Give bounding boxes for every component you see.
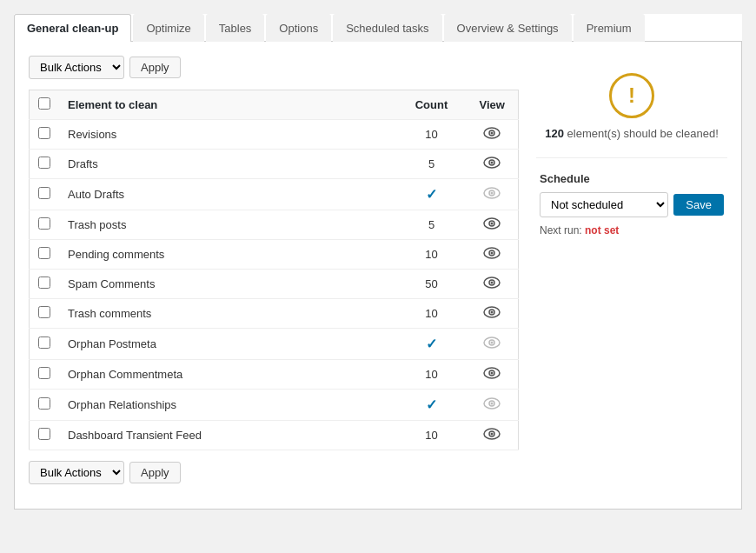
table-row: Revisions10 bbox=[30, 120, 519, 150]
element-count: ✓ bbox=[397, 179, 467, 210]
row-checkbox-cell bbox=[30, 421, 60, 450]
svg-point-8 bbox=[491, 192, 494, 195]
checkbox-orphan-relationships[interactable] bbox=[38, 397, 50, 410]
tab-scheduled-tasks[interactable]: Scheduled tasks bbox=[333, 14, 441, 42]
row-checkbox-cell bbox=[30, 210, 60, 240]
table-row: Dashboard Transient Feed10 bbox=[30, 421, 519, 450]
element-view[interactable] bbox=[467, 390, 519, 421]
table-row: Drafts5 bbox=[30, 150, 519, 179]
warning-box: ! 120 element(s) should be cleaned! bbox=[536, 59, 727, 158]
tab-overview-settings[interactable]: Overview & Settings bbox=[444, 14, 572, 42]
tab-optimize[interactable]: Optimize bbox=[133, 14, 203, 42]
element-count: 10 bbox=[397, 120, 467, 150]
svg-point-11 bbox=[491, 223, 494, 225]
element-name: Spam Comments bbox=[59, 270, 397, 299]
element-count: ✓ bbox=[397, 329, 467, 360]
element-view[interactable] bbox=[467, 240, 519, 270]
svg-point-32 bbox=[491, 433, 494, 436]
eye-icon bbox=[483, 217, 501, 230]
row-checkbox-cell bbox=[30, 360, 60, 390]
warning-message: element(s) should be cleaned! bbox=[567, 127, 719, 140]
row-checkbox-cell bbox=[30, 299, 60, 329]
element-name: Drafts bbox=[59, 150, 397, 179]
eye-icon bbox=[483, 127, 501, 139]
bulk-actions-select-bottom[interactable]: Bulk Actions bbox=[29, 461, 124, 484]
select-all-checkbox[interactable] bbox=[38, 97, 50, 110]
checkbox-revisions[interactable] bbox=[38, 127, 50, 139]
eye-icon bbox=[483, 157, 501, 169]
warning-text: 120 element(s) should be cleaned! bbox=[543, 127, 720, 140]
next-run-value: not set bbox=[585, 224, 619, 237]
elements-table: Element to clean Count View Revisions10 … bbox=[29, 90, 519, 450]
page-wrap: General clean-up Optimize Tables Options… bbox=[14, 14, 742, 510]
save-button[interactable]: Save bbox=[673, 194, 724, 216]
bulk-actions-select-top[interactable]: Bulk Actions bbox=[29, 56, 124, 79]
tab-premium[interactable]: Premium bbox=[574, 14, 645, 42]
element-view[interactable] bbox=[467, 299, 519, 329]
apply-button-bottom[interactable]: Apply bbox=[129, 462, 181, 483]
element-name: Dashboard Transient Feed bbox=[59, 421, 397, 450]
svg-point-2 bbox=[491, 132, 494, 135]
tab-general-cleanup[interactable]: General clean-up bbox=[14, 14, 131, 42]
row-checkbox-cell bbox=[30, 150, 60, 179]
checkbox-dashboard-transient[interactable] bbox=[38, 428, 50, 440]
header-count: Count bbox=[397, 90, 467, 120]
eye-icon-disabled bbox=[483, 336, 501, 349]
checkbox-drafts[interactable] bbox=[38, 157, 50, 169]
table-row: Auto Drafts✓ bbox=[30, 179, 519, 210]
row-checkbox-cell bbox=[30, 120, 60, 150]
element-view[interactable] bbox=[467, 210, 519, 240]
right-panel: ! 120 element(s) should be cleaned! Sche… bbox=[536, 56, 727, 495]
table-row: Pending comments10 bbox=[30, 240, 519, 270]
element-view[interactable] bbox=[467, 120, 519, 150]
eye-icon bbox=[483, 306, 501, 318]
row-checkbox-cell bbox=[30, 390, 60, 421]
next-run-text: Next run: not set bbox=[540, 224, 724, 237]
schedule-select[interactable]: Not scheduled Daily Weekly Monthly bbox=[540, 192, 668, 217]
element-view[interactable] bbox=[467, 360, 519, 390]
table-row: Orphan Commentmeta10 bbox=[30, 360, 519, 390]
checkbox-orphan-postmeta[interactable] bbox=[38, 336, 50, 349]
table-row: Trash posts5 bbox=[30, 210, 519, 240]
element-view[interactable] bbox=[467, 150, 519, 179]
element-count: 50 bbox=[397, 270, 467, 299]
element-view[interactable] bbox=[467, 270, 519, 299]
header-checkbox-col bbox=[30, 90, 60, 120]
eye-icon-disabled bbox=[483, 397, 501, 410]
tab-options[interactable]: Options bbox=[266, 14, 331, 42]
element-name: Auto Drafts bbox=[59, 179, 397, 210]
element-view[interactable] bbox=[467, 179, 519, 210]
tab-tables[interactable]: Tables bbox=[206, 14, 265, 42]
eye-icon bbox=[483, 247, 501, 259]
element-name: Pending comments bbox=[59, 240, 397, 270]
element-name: Orphan Commentmeta bbox=[59, 360, 397, 390]
warning-count: 120 bbox=[545, 127, 564, 140]
bulk-bar-top: Bulk Actions Apply bbox=[29, 56, 519, 79]
header-element: Element to clean bbox=[59, 90, 397, 120]
table-row: Orphan Postmeta✓ bbox=[30, 329, 519, 360]
checkbox-trash-comments[interactable] bbox=[38, 306, 50, 318]
element-name: Trash comments bbox=[59, 299, 397, 329]
checkbox-trash-posts[interactable] bbox=[38, 217, 50, 230]
eye-icon bbox=[483, 428, 501, 440]
element-view[interactable] bbox=[467, 329, 519, 360]
table-row: Orphan Relationships✓ bbox=[30, 390, 519, 421]
eye-icon-disabled bbox=[483, 187, 501, 199]
eye-icon bbox=[483, 367, 501, 379]
element-count: 10 bbox=[397, 299, 467, 329]
element-count: 5 bbox=[397, 150, 467, 179]
table-row: Trash comments10 bbox=[30, 299, 519, 329]
element-view[interactable] bbox=[467, 421, 519, 450]
checkbox-auto-drafts[interactable] bbox=[38, 187, 50, 199]
apply-button-top[interactable]: Apply bbox=[129, 57, 181, 78]
checkbox-orphan-commentmeta[interactable] bbox=[38, 367, 50, 379]
element-count: 10 bbox=[397, 421, 467, 450]
header-view: View bbox=[467, 90, 519, 120]
bulk-bar-bottom: Bulk Actions Apply bbox=[29, 461, 519, 484]
element-name: Trash posts bbox=[59, 210, 397, 240]
checkbox-pending-comments[interactable] bbox=[38, 247, 50, 259]
element-count: 10 bbox=[397, 360, 467, 390]
checkbox-spam-comments[interactable] bbox=[38, 276, 50, 289]
schedule-row: Not scheduled Daily Weekly Monthly Save bbox=[540, 192, 724, 217]
svg-point-20 bbox=[491, 311, 494, 314]
